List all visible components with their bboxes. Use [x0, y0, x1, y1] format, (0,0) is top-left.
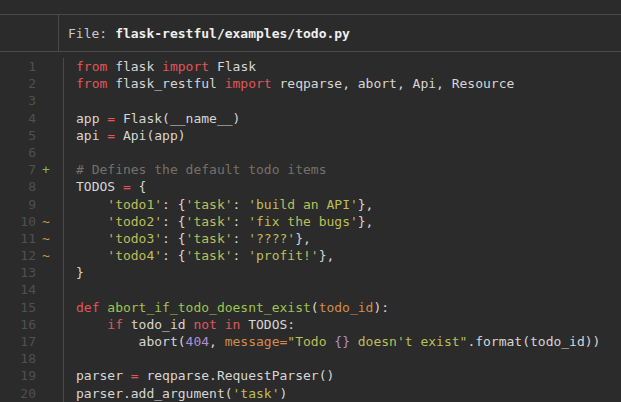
code-token: ): [373, 300, 389, 315]
code-token: }, [295, 231, 311, 246]
code-line: 3 [0, 92, 621, 109]
code-token: {} [334, 334, 350, 349]
code-line: 11~ 'todo3': {'task': '????'}, [0, 230, 621, 247]
code-token: ( [311, 300, 319, 315]
code-token [217, 317, 225, 332]
code-token: from [76, 59, 107, 74]
line-number: 11 [0, 230, 36, 247]
code-token: TODOS [76, 179, 123, 194]
code-line: 20parser.add_argument('task') [0, 385, 621, 402]
code-token: 'task' [186, 231, 233, 246]
code-token: '????' [248, 231, 295, 246]
code-line: 6 [0, 144, 621, 161]
code-token: 'todo1' [107, 197, 162, 212]
diff-marker [36, 58, 64, 75]
line-content: 'todo3': {'task': '????'}, [64, 230, 621, 247]
code-token: parser.add_argument( [76, 386, 233, 401]
line-number: 20 [0, 385, 36, 402]
line-number: 6 [0, 144, 36, 161]
code-token: : { [162, 214, 185, 229]
line-number: 16 [0, 316, 36, 333]
line-number: 1 [0, 58, 36, 75]
line-content [64, 92, 621, 109]
line-number: 19 [0, 367, 36, 384]
diff-modified-marker: ~ [36, 247, 64, 264]
diff-marker [36, 385, 64, 402]
diff-marker [36, 92, 64, 109]
code-token: from [76, 76, 107, 91]
diff-marker [36, 178, 64, 195]
code-token: : [233, 214, 249, 229]
line-content [64, 281, 621, 298]
code-token: ) [280, 386, 288, 401]
code-token: 'build an API' [248, 197, 358, 212]
code-token: Api(app) [115, 128, 185, 143]
code-token: : { [162, 248, 185, 263]
code-token: reqparse.RequestParser() [139, 368, 335, 383]
diff-marker [36, 367, 64, 384]
code-token: 'profit!' [248, 248, 318, 263]
code-line: 15def abort_if_todo_doesnt_exist(todo_id… [0, 299, 621, 316]
code-token: .format(todo_id)) [467, 334, 600, 349]
code-token: = [123, 179, 131, 194]
code-line: 16 if todo_id not in TODOS: [0, 316, 621, 333]
code-token: 'task' [186, 248, 233, 263]
code-token [76, 317, 107, 332]
diff-marker [36, 350, 64, 367]
diff-modified-marker: ~ [36, 230, 64, 247]
code-line: 1from flask import Flask [0, 58, 621, 75]
line-number: 10 [0, 213, 36, 230]
code-token: "Todo [287, 334, 334, 349]
code-token: import [225, 76, 272, 91]
code-line: 4app = Flask(__name__) [0, 110, 621, 127]
diff-marker [36, 333, 64, 350]
code-token: abort_if_todo_doesnt_exist [107, 300, 311, 315]
line-number: 13 [0, 264, 36, 281]
line-content: def abort_if_todo_doesnt_exist(todo_id): [64, 299, 621, 316]
code-token [76, 197, 107, 212]
code-line: 10~ 'todo2': {'task': 'fix the bugs'}, [0, 213, 621, 230]
line-content: 'todo1': {'task': 'build an API'}, [64, 196, 621, 213]
code-token: } [76, 265, 84, 280]
line-content: 'todo4': {'task': 'profit!'}, [64, 247, 621, 264]
diff-modified-marker: ~ [36, 213, 64, 230]
code-token: message= [225, 334, 288, 349]
code-token [76, 231, 107, 246]
diff-marker [36, 316, 64, 333]
code-viewer-window: File:flask-restful/examples/todo.py 1fro… [0, 0, 621, 402]
code-token: if [107, 317, 123, 332]
line-content: if todo_id not in TODOS: [64, 316, 621, 333]
code-token: app [76, 111, 107, 126]
code-token: TODOS: [240, 317, 295, 332]
code-token: : [233, 197, 249, 212]
file-label: File: [68, 26, 107, 41]
diff-marker [36, 75, 64, 92]
code-token: 'todo2' [107, 214, 162, 229]
code-line: 18 [0, 350, 621, 367]
code-token: Flask(__name__) [115, 111, 240, 126]
code-token: { [131, 179, 147, 194]
code-token: parser [76, 368, 131, 383]
code-token: 'fix the bugs' [248, 214, 358, 229]
code-token: : [233, 248, 249, 263]
code-token: }, [358, 214, 374, 229]
code-token: todo_id [123, 317, 193, 332]
line-number: 17 [0, 333, 36, 350]
diff-marker [36, 127, 64, 144]
code-token: = [131, 368, 139, 383]
code-token: = [107, 128, 115, 143]
line-content: TODOS = { [64, 178, 621, 195]
code-line: 5api = Api(app) [0, 127, 621, 144]
code-token: 'task' [186, 214, 233, 229]
code-token: : { [162, 197, 185, 212]
code-token: 'todo4' [107, 248, 162, 263]
diff-marker [36, 196, 64, 213]
code-token: flask_restful [107, 76, 224, 91]
line-number: 9 [0, 196, 36, 213]
code-token: flask [107, 59, 162, 74]
code-token [76, 214, 107, 229]
line-number: 15 [0, 299, 36, 316]
header-gutter [0, 15, 59, 51]
file-path: flask-restful/examples/todo.py [115, 26, 350, 41]
file-header-text: File:flask-restful/examples/todo.py [59, 26, 350, 41]
